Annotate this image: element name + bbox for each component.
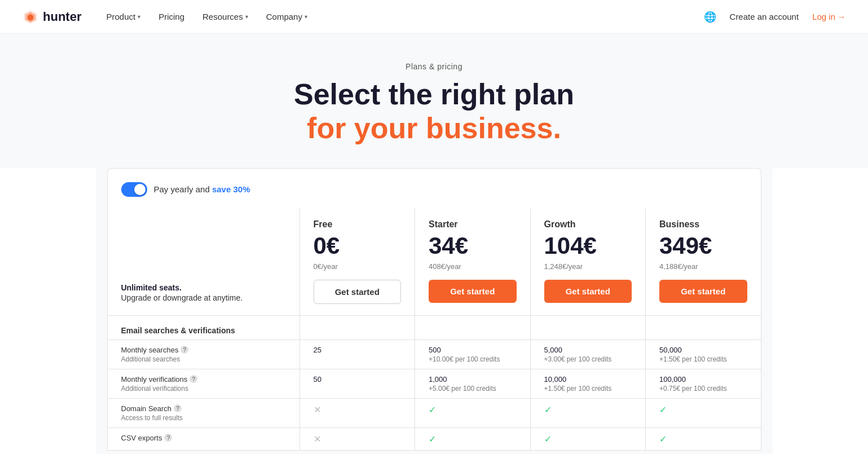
nav-company[interactable]: Company ▾ (259, 7, 314, 26)
billing-toggle-row: Pay yearly and save 30% (107, 168, 761, 208)
feature-monthly-verifications-starter: 1,000 +5.00€ per 100 credits (415, 369, 530, 398)
navbar-left: hunter Product ▾ Pricing Resources ▾ Com… (23, 7, 314, 26)
logo-icon (23, 9, 38, 25)
plan-feature-header: Unlimited seats. Upgrade or downgrade at… (108, 208, 299, 315)
chevron-down-icon: ▾ (138, 14, 140, 20)
feature-monthly-searches-starter: 500 +10.00€ per 100 credits (415, 340, 530, 369)
check-icon: ✓ (659, 434, 667, 444)
cross-icon: ✕ (314, 434, 321, 444)
check-icon: ✓ (429, 405, 436, 415)
feature-domain-search-starter: ✓ (415, 399, 530, 427)
cross-icon: ✕ (314, 405, 321, 415)
plan-name-business: Business (659, 219, 747, 230)
feature-monthly-verifications-free: 50 (300, 369, 415, 398)
chevron-down-icon: ▾ (305, 14, 307, 20)
section-email-empty-1 (300, 316, 415, 340)
get-started-business-button[interactable]: Get started (659, 280, 747, 303)
feature-domain-search-label: Domain Search ? Access to full results (108, 399, 299, 427)
feature-monthly-verifications-label: Monthly verifications ? Additional verif… (108, 369, 299, 398)
logo[interactable]: hunter (23, 9, 81, 25)
help-icon-monthly-verifications[interactable]: ? (190, 375, 197, 383)
feature-monthly-searches-label: Monthly searches ? Additional searches (108, 340, 299, 369)
help-icon-csv-exports[interactable]: ? (164, 434, 172, 442)
hero-section: Plans & pricing Select the right plan fo… (0, 34, 868, 168)
check-icon: ✓ (659, 405, 667, 415)
nav-product[interactable]: Product ▾ (99, 7, 147, 26)
plan-name-free: Free (314, 219, 402, 230)
check-icon: ✓ (544, 434, 552, 444)
feature-csv-exports-free: ✕ (300, 428, 415, 450)
hero-title: Select the right plan for your business. (11, 78, 857, 146)
plan-starter: Starter 34€ 408€/year Get started (415, 208, 530, 315)
section-email-label: Email searches & verifications (108, 316, 299, 340)
hero-subtitle: Plans & pricing (11, 62, 857, 71)
pricing-wrapper: Pay yearly and save 30% Unlimited seats.… (96, 168, 773, 454)
feature-csv-exports-label: CSV exports ? (108, 428, 299, 450)
toggle-label: Pay yearly and save 30% (154, 184, 250, 194)
plan-price-growth: 104€ (544, 233, 632, 259)
plan-peryear-business: 4,188€/year (659, 262, 747, 271)
plan-peryear-starter: 408€/year (429, 262, 517, 271)
plan-growth: Growth 104€ 1,248€/year Get started (531, 208, 646, 315)
check-icon: ✓ (544, 405, 552, 415)
plan-price-free: 0€ (314, 233, 402, 259)
feature-monthly-searches-business: 50,000 +1.50€ per 100 credits (646, 340, 761, 369)
plan-name-growth: Growth (544, 219, 632, 230)
help-icon-domain-search[interactable]: ? (174, 404, 182, 412)
feature-monthly-verifications-business: 100,000 +0.75€ per 100 credits (646, 369, 761, 398)
nav-pricing[interactable]: Pricing (152, 7, 191, 26)
get-started-growth-button[interactable]: Get started (544, 280, 632, 303)
navbar: hunter Product ▾ Pricing Resources ▾ Com… (0, 0, 868, 34)
plan-business: Business 349€ 4,188€/year Get started (646, 208, 761, 315)
plan-price-business: 349€ (659, 233, 747, 259)
chevron-down-icon: ▾ (245, 14, 248, 20)
create-account-button[interactable]: Create an account (728, 7, 801, 26)
plan-free: Free 0€ 0€/year Get started (300, 208, 415, 315)
help-icon-monthly-searches[interactable]: ? (180, 346, 188, 354)
login-button[interactable]: Log in → (812, 12, 845, 21)
navbar-right: 🌐 Create an account Log in → (704, 7, 845, 26)
plan-peryear-free: 0€/year (314, 262, 402, 271)
feature-domain-search-growth: ✓ (531, 399, 646, 427)
feature-domain-search-business: ✓ (646, 399, 761, 427)
section-email-empty-3 (531, 316, 646, 340)
feature-monthly-searches-growth: 5,000 +3.00€ per 100 credits (531, 340, 646, 369)
logo-text: hunter (43, 10, 81, 24)
plan-peryear-growth: 1,248€/year (544, 262, 632, 271)
plan-price-starter: 34€ (429, 233, 517, 259)
feature-monthly-searches-free: 25 (300, 340, 415, 369)
globe-icon[interactable]: 🌐 (704, 11, 716, 23)
check-icon: ✓ (429, 434, 436, 444)
section-email-empty-2 (415, 316, 530, 340)
nav-links: Product ▾ Pricing Resources ▾ Company ▾ (99, 7, 314, 26)
section-email-empty-4 (646, 316, 761, 340)
arrow-right-icon: → (838, 12, 845, 21)
feature-monthly-verifications-growth: 10,000 +1.50€ per 100 credits (531, 369, 646, 398)
get-started-starter-button[interactable]: Get started (429, 280, 517, 303)
plan-name-starter: Starter (429, 219, 517, 230)
feature-csv-exports-starter: ✓ (415, 428, 530, 450)
feature-domain-search-free: ✕ (300, 399, 415, 427)
nav-resources[interactable]: Resources ▾ (196, 7, 255, 26)
feature-csv-exports-growth: ✓ (531, 428, 646, 450)
yearly-toggle[interactable] (121, 182, 147, 197)
pricing-grid: Unlimited seats. Upgrade or downgrade at… (107, 208, 761, 451)
get-started-free-button[interactable]: Get started (314, 280, 402, 304)
feature-csv-exports-business: ✓ (646, 428, 761, 450)
